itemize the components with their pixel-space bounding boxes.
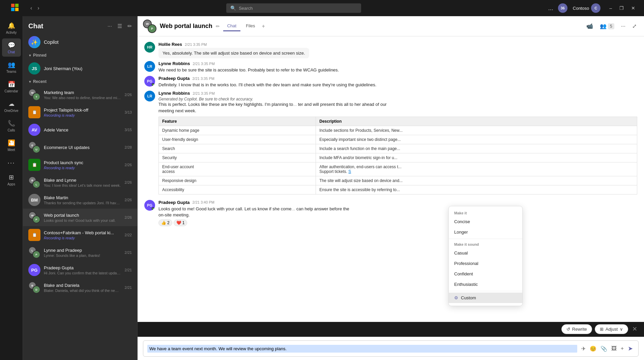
- dropdown-item-casual[interactable]: Casual: [449, 248, 522, 258]
- chat-item-adele[interactable]: AV Adele Vance 3/15: [23, 121, 137, 139]
- tab-files[interactable]: Files: [242, 21, 259, 31]
- content-area: 🔔 Activity 💬 Chat 👥 Teams 📅 Calendar ☁ O…: [0, 16, 644, 360]
- user-avatar[interactable]: C: [591, 3, 601, 13]
- blake-daniela-avatar-group: B D: [28, 281, 40, 294]
- support-link[interactable]: S: [348, 169, 351, 174]
- table-header-feature: Feature: [159, 117, 316, 126]
- chat-filter-button[interactable]: ☰: [116, 22, 123, 31]
- lynne-copilot-name: Lynne Robbins: [158, 91, 190, 96]
- section-pinned[interactable]: ▼ Pinned: [23, 51, 137, 60]
- chat-list-title: Chat: [28, 22, 43, 30]
- lynne-copilot-intro: This is perfect. Looks like these are th…: [158, 101, 394, 114]
- dropdown-item-enthusiastic[interactable]: Enthusiastic: [449, 279, 522, 290]
- dropdown-item-professional[interactable]: Professional: [449, 258, 522, 269]
- contoso-fabrikam-avatar: 📋: [28, 229, 40, 241]
- chat-item-tailspin[interactable]: 📋 Project Tailspin kick-off Recording is…: [23, 103, 137, 121]
- blake-daniela-meta: 2/21: [125, 286, 132, 290]
- chat-item-pradeep[interactable]: PG Pradeep Gupta Hi Joni. Can you confir…: [23, 261, 137, 279]
- chat-item-lynne-pradeep[interactable]: L P Lynne and Pradeep Lynne: Sounds like…: [23, 244, 137, 261]
- pinned-label: Pinned: [33, 53, 47, 58]
- edit-title-icon[interactable]: ✏: [216, 24, 220, 29]
- chat-item-contoso-fabrikam[interactable]: 📋 Contoso+Fabrikam - Web portal ki... Re…: [23, 226, 137, 244]
- chat-item-blake-martin[interactable]: BM Blake Martin Thanks for sending the u…: [23, 191, 137, 209]
- reaction-heart[interactable]: ❤️ 1: [174, 219, 187, 226]
- expand-button[interactable]: ⤢: [630, 21, 639, 31]
- dropdown-item-concise[interactable]: Concise: [449, 216, 522, 227]
- chat-more-button[interactable]: ···: [106, 22, 113, 31]
- ms-logo[interactable]: [5, 0, 24, 16]
- sidebar-label-chat: Chat: [8, 50, 15, 54]
- dropdown-item-confident[interactable]: Confident: [449, 269, 522, 279]
- chat-more-actions-button[interactable]: ···: [619, 21, 627, 31]
- gif-button[interactable]: 🖼: [610, 344, 618, 353]
- chat-item-blake-lynne[interactable]: B L Blake and Lynne You: I love this ide…: [23, 174, 137, 191]
- calls-icon: 📞: [7, 119, 16, 127]
- more-input-button[interactable]: +: [619, 344, 625, 353]
- chat-item-product-launch[interactable]: 📋 Product launch sync Recording is ready…: [23, 156, 137, 174]
- confident-label: Confident: [454, 271, 473, 276]
- message-lynne-copilot: LR Lynne Robbins 2/21 3:35 PM Generated …: [144, 91, 637, 197]
- message-input[interactable]: We have a team event next month. We will…: [147, 345, 577, 353]
- sidebar-item-onedrive[interactable]: ☁ OneDrive: [2, 97, 21, 115]
- sidebar-item-apps[interactable]: ⊞ Apps: [2, 171, 21, 189]
- dropdown-item-longer[interactable]: Longer: [449, 227, 522, 237]
- pradeep-date: 2/21: [125, 268, 132, 272]
- blake-lynne-info: Blake and Lynne You: I love this idea! L…: [44, 178, 121, 187]
- sidebar-item-calls[interactable]: 📞 Calls: [2, 117, 21, 135]
- sidebar-item-meet[interactable]: 🎦 Meet: [2, 136, 21, 154]
- send-button[interactable]: ➤: [626, 343, 634, 354]
- notification-wrapper[interactable]: 36: [558, 3, 567, 13]
- tailspin-avatar: 📋: [28, 106, 40, 118]
- emoji-button[interactable]: 😊: [588, 344, 598, 353]
- blake-daniela-date: 2/21: [125, 286, 132, 290]
- nav-back-forward: ‹ ›: [28, 4, 41, 12]
- reaction-thumbsup[interactable]: 👍 2: [158, 219, 172, 226]
- new-chat-button[interactable]: ✏: [126, 22, 133, 31]
- search-input[interactable]: [239, 6, 357, 11]
- chat-item-blake-daniela[interactable]: B D Blake and Daniela Blake: Daniela, wh…: [23, 279, 137, 296]
- minimize-button[interactable]: –: [606, 4, 615, 12]
- chat-item-web-portal[interactable]: W P Web portal launch Looks good to me! …: [23, 209, 137, 226]
- more-options-button[interactable]: ...: [546, 3, 555, 13]
- input-actions: ✈ 😊 📎 🖼 + ➤: [580, 343, 634, 354]
- sidebar-item-chat[interactable]: 💬 Chat: [2, 38, 21, 57]
- blake-daniela-name: Blake and Daniela: [44, 283, 121, 288]
- table-cell: User-friendly design: [159, 135, 316, 144]
- nav-back-button[interactable]: ‹: [28, 4, 34, 12]
- video-call-button[interactable]: 📹: [584, 21, 595, 31]
- dropdown-item-custom[interactable]: ⚙ Custom: [449, 293, 522, 303]
- adjust-button[interactable]: ⊞ Adjust ∨: [595, 324, 628, 334]
- user-badge[interactable]: Contoso C: [570, 2, 603, 14]
- chat-group-avatar: W P: [143, 20, 156, 33]
- table-header-description: Description: [316, 117, 637, 126]
- reactions: 👍 2 ❤️ 1: [158, 219, 637, 226]
- search-bar[interactable]: 🔍: [226, 3, 361, 13]
- restore-button[interactable]: ❐: [616, 4, 627, 12]
- tab-add[interactable]: +: [261, 22, 266, 31]
- lynne1-msg-time: 2/21 3:35 PM: [193, 62, 214, 66]
- send-with-copilot-button[interactable]: ✈: [580, 344, 587, 353]
- rewrite-button[interactable]: ↺ Rewrite: [561, 324, 592, 334]
- attach-button[interactable]: 📎: [599, 344, 609, 353]
- section-recent[interactable]: ▼ Recent: [23, 77, 137, 86]
- user-name: Contoso: [573, 6, 589, 11]
- svg-rect-1: [15, 4, 19, 7]
- tab-chat[interactable]: Chat: [223, 21, 240, 31]
- chat-item-ecommerce[interactable]: E U Ecommerce UI updates 2/28: [23, 139, 137, 156]
- nav-forward-button[interactable]: ›: [35, 4, 41, 12]
- copilot-item[interactable]: ✨ Copilot: [23, 33, 137, 51]
- table-row: Search Include a search function on the …: [159, 144, 637, 153]
- sidebar-item-more[interactable]: ···: [2, 156, 21, 169]
- chat-item-joni[interactable]: JS Joni Sherman (You): [23, 60, 137, 77]
- close-rewrite-button[interactable]: ✕: [631, 324, 639, 334]
- sidebar-item-teams[interactable]: 👥 Teams: [2, 58, 21, 76]
- close-button[interactable]: ✕: [628, 4, 639, 12]
- user-avatar-header[interactable]: 36: [558, 3, 567, 13]
- chat-item-marketing[interactable]: M T Marketing team You: We also need to …: [23, 86, 137, 103]
- sidebar-label-calls: Calls: [7, 128, 15, 132]
- lynne-pradeep-avatar-group: L P: [28, 246, 40, 259]
- sidebar-item-activity[interactable]: 🔔 Activity: [2, 19, 21, 37]
- sidebar-item-calendar[interactable]: 📅 Calendar: [2, 78, 21, 96]
- participants-button[interactable]: 👥 5: [598, 21, 616, 31]
- tailspin-date: 3/13: [125, 110, 132, 114]
